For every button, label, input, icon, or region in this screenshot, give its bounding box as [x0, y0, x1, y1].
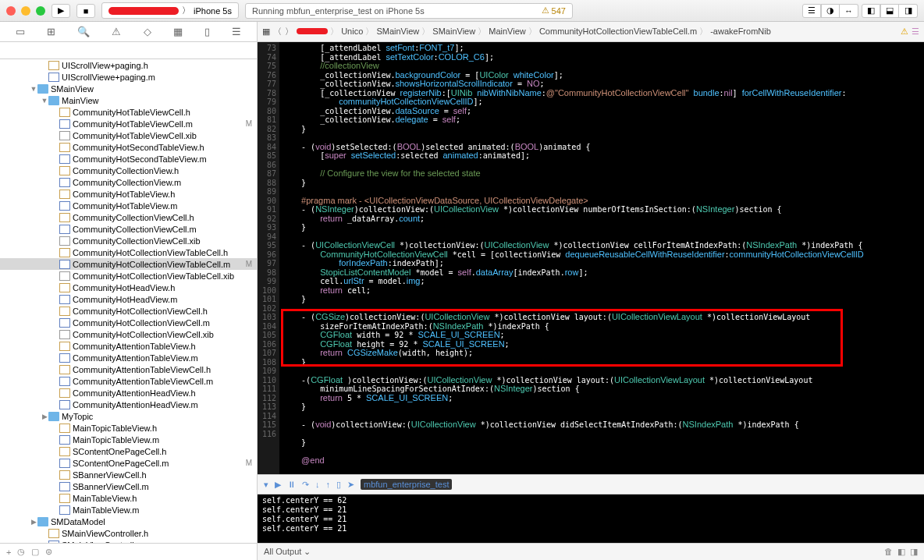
continue-icon[interactable]: ▶ [275, 480, 281, 490]
project-nav-icon[interactable]: ▭ [16, 26, 25, 37]
symbol-nav-icon[interactable]: ⊞ [47, 26, 55, 37]
toggle-debug-button[interactable]: ⬓ [880, 4, 899, 18]
tree-item[interactable]: CommunityHotCollectionViewTableCell.h [0, 246, 257, 258]
tree-item[interactable]: ▼SMainView [0, 83, 257, 94]
tree-item[interactable]: CommunityHotTableViewCell.mM [0, 118, 257, 129]
tree-item[interactable]: CommunityHotTableViewCell.xib [0, 129, 257, 141]
tree-item[interactable]: CommunityAttentionTableViewCell.h [0, 363, 257, 375]
tree-item[interactable]: SBannerViewCell.m [0, 480, 257, 492]
tree-item[interactable]: CommunityHotTableView.h [0, 188, 257, 200]
minimize-icon[interactable] [21, 6, 30, 16]
step-into-icon[interactable]: ↓ [315, 480, 320, 489]
forward-icon[interactable]: 〉 [285, 26, 293, 37]
jump-bar[interactable]: ▦ 〈 〉 〉 Unico 〉 SMainView 〉 SMainView 〉 … [258, 22, 924, 42]
tree-item[interactable]: CommunityAttentionHeadView.m [0, 399, 257, 410]
toggle-inspector-button[interactable]: ◨ [899, 4, 918, 18]
warnings-badge[interactable]: ⚠ 547 [542, 5, 566, 16]
tree-item[interactable]: MainTopicTableView.m [0, 434, 257, 445]
adjust-editor-icon[interactable]: ☰ [912, 27, 919, 37]
tree-item[interactable]: UIScrollViewe+paging.m [0, 71, 257, 83]
console-right-icon[interactable]: ◨ [910, 547, 918, 557]
zoom-icon[interactable] [36, 6, 45, 16]
line-gutter: 73 74 75 76 77 78 79 80 81 82 83 84 85 8… [258, 42, 279, 474]
tree-item[interactable]: SBannerViewCell.h [0, 469, 257, 480]
tree-item[interactable]: CommunityAttentionHeadView.h [0, 387, 257, 399]
location-icon[interactable]: ➤ [347, 480, 354, 490]
assistant-editor-button[interactable]: ◑ [821, 4, 840, 18]
stop-button[interactable]: ■ [76, 4, 95, 18]
tree-item[interactable]: CommunityHotCollectionViewTableCell.xib [0, 270, 257, 282]
tree-item[interactable]: CommunityHotTableViewCell.h [0, 106, 257, 118]
jumpbar-item[interactable]: MainView [489, 27, 526, 36]
tree-item[interactable]: CommunityAttentionTableView.h [0, 340, 257, 352]
tree-item[interactable]: SContentOnePageCell.h [0, 445, 257, 457]
tree-item[interactable]: ▶SMDataModel [0, 516, 257, 527]
tree-item[interactable]: CommunityCollectionViewCell.h [0, 211, 257, 223]
filter-icon[interactable]: ⊜ [45, 547, 52, 557]
tree-item[interactable]: CommunityAttentionTableViewCell.m [0, 375, 257, 387]
debug-nav-icon[interactable]: ▦ [173, 26, 183, 37]
report-nav-icon[interactable]: ☰ [232, 26, 241, 37]
tree-item[interactable]: MainTopicTableView.h [0, 422, 257, 434]
pause-icon[interactable]: ⏸ [287, 480, 296, 489]
tree-item[interactable]: CommunityHotCollectionViewCell.h [0, 305, 257, 317]
jumpbar-item[interactable]: Unico [341, 27, 363, 36]
file-icon [59, 236, 70, 246]
tree-item[interactable]: CommunityCollectionView.h [0, 165, 257, 176]
add-icon[interactable]: + [6, 548, 11, 557]
trash-icon[interactable]: 🗑 [884, 547, 893, 557]
run-button[interactable]: ▶ [52, 4, 70, 18]
tree-item[interactable]: ▼MainView [0, 94, 257, 106]
filter-recent-icon[interactable]: ◷ [17, 547, 25, 557]
debug-target[interactable]: mbfun_enterprise_test [361, 479, 452, 490]
close-icon[interactable] [6, 6, 16, 16]
jumpbar-item[interactable]: -awakeFromNib [710, 27, 771, 36]
jumpbar-item[interactable]: SMainView [432, 27, 475, 36]
tree-item[interactable]: CommunityHotSecondTableView.m [0, 153, 257, 165]
file-tree[interactable]: UIScrollView+paging.hUIScrollViewe+pagin… [0, 59, 257, 543]
tree-item[interactable]: CommunityHotHeadView.m [0, 293, 257, 305]
tree-item[interactable]: CommunityCollectionViewCell.m [0, 223, 257, 235]
step-over-icon[interactable]: ↷ [302, 480, 309, 490]
console-output[interactable]: self.centerY == 62 self.centerY == 21 se… [258, 494, 924, 543]
tree-item[interactable]: CommunityHotSecondTableView.h [0, 141, 257, 153]
tree-item[interactable]: MainTableView.h [0, 492, 257, 504]
tree-item[interactable]: CommunityHotCollectionViewTableCell.mM [0, 258, 257, 270]
debug-view-icon[interactable]: ▯ [336, 480, 341, 490]
find-nav-icon[interactable]: 🔍 [77, 26, 90, 37]
issue-nav-icon[interactable]: ⚠ [112, 26, 121, 37]
code-content[interactable]: [_attendLabel setFont:FONT_t7]; [_attend… [279, 42, 924, 474]
tree-item[interactable]: CommunityHotCollectionViewCell.m [0, 317, 257, 328]
tree-item[interactable]: SMainViewController.h [0, 527, 257, 539]
toggle-breakpoints-icon[interactable]: ▾ [264, 480, 268, 490]
file-icon [59, 377, 70, 386]
related-items-icon[interactable]: ▦ [262, 27, 270, 37]
version-editor-button[interactable]: ↔ [840, 4, 858, 18]
tree-item[interactable]: CommunityCollectionView.m [0, 176, 257, 188]
tree-item[interactable]: CommunityHotTableView.m [0, 200, 257, 211]
jumpbar-item[interactable]: CommunityHotCollectionViewTableCell.m [539, 27, 697, 36]
file-name: CommunityAttentionTableViewCell.h [73, 365, 211, 374]
tree-item[interactable]: CommunityCollectionViewCell.xib [0, 235, 257, 246]
tree-item[interactable]: MainTableView.m [0, 504, 257, 516]
step-out-icon[interactable]: ↑ [326, 480, 331, 489]
scheme-selector[interactable]: 〉 iPhone 5s [101, 2, 239, 19]
breakpoint-nav-icon[interactable]: ▯ [204, 26, 210, 37]
tree-item[interactable]: CommunityHotHeadView.h [0, 282, 257, 293]
test-nav-icon[interactable]: ◇ [144, 26, 151, 37]
jumpbar-item[interactable]: SMainView [376, 27, 419, 36]
tree-item[interactable]: CommunityAttentionTableView.m [0, 352, 257, 363]
tree-item[interactable]: CommunityHotCollectionViewCell.xib [0, 328, 257, 340]
code-editor[interactable]: 73 74 75 76 77 78 79 80 81 82 83 84 85 8… [258, 42, 924, 474]
back-icon[interactable]: 〈 [273, 26, 282, 37]
standard-editor-button[interactable]: ☰ [802, 4, 821, 18]
toggle-navigator-button[interactable]: ◧ [862, 4, 880, 18]
project-redacted[interactable] [297, 28, 328, 34]
tree-item[interactable]: UIScrollView+paging.h [0, 59, 257, 71]
filter-scm-icon[interactable]: ▢ [31, 547, 39, 557]
console-left-icon[interactable]: ◧ [897, 547, 905, 557]
tree-item[interactable]: SContentOnePageCell.mM [0, 457, 257, 469]
tree-item[interactable]: ▶MyTopic [0, 410, 257, 422]
console-filter[interactable]: All Output ⌄ [264, 547, 311, 557]
issue-indicator-icon[interactable]: ⚠ [901, 27, 908, 37]
